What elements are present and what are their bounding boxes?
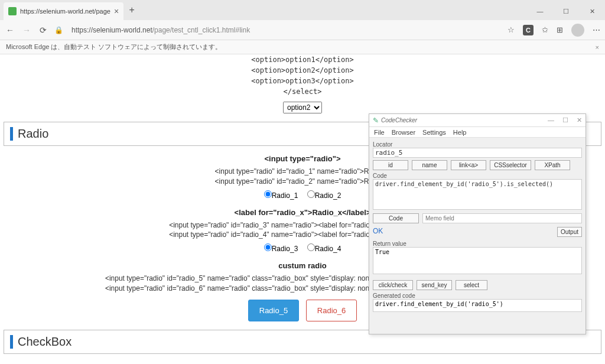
radio-label: Radio_3 xyxy=(272,245,298,253)
radio-label: Radio_4 xyxy=(315,245,341,253)
link-button[interactable]: link<a> xyxy=(451,160,486,170)
output-button[interactable]: Output xyxy=(557,227,582,237)
click-check-button[interactable]: click/check xyxy=(373,280,413,290)
window-maximize-icon[interactable]: ☐ xyxy=(553,2,579,20)
radio-5-button[interactable]: Radio_5 xyxy=(248,300,299,321)
forward-icon: → xyxy=(21,25,32,35)
name-button[interactable]: name xyxy=(412,160,447,170)
refresh-icon[interactable]: ⟳ xyxy=(38,25,48,35)
tool-close-icon[interactable]: ✕ xyxy=(577,116,582,124)
code-line: </select> xyxy=(4,86,601,97)
favicon xyxy=(8,7,17,15)
collections-icon[interactable]: ⊞ xyxy=(557,25,563,34)
generated-code-box: driver.find_element_by_id('radio_5') xyxy=(373,299,582,312)
infobar-text: Microsoft Edge は、自動テスト ソフトウェアによって制御されていま… xyxy=(6,43,222,51)
code-line: <option>option2</option> xyxy=(4,65,601,76)
menu-settings[interactable]: Settings xyxy=(422,129,446,136)
radio-3[interactable]: Radio_3 xyxy=(264,245,298,253)
tool-titlebar[interactable]: ✎ CodeChecker — ☐ ✕ xyxy=(369,114,586,127)
radio-3-input[interactable] xyxy=(264,243,272,251)
window-close-icon[interactable]: ✕ xyxy=(579,2,605,20)
id-button[interactable]: id xyxy=(373,160,408,170)
automation-infobar: Microsoft Edge は、自動テスト ソフトウェアによって制御されていま… xyxy=(0,40,605,54)
address-bar: ← → ⟳ 🔒 https://selenium-world.net/page/… xyxy=(0,20,605,40)
select-demo[interactable]: option2 xyxy=(283,102,322,113)
radio-label: Radio_2 xyxy=(315,191,341,200)
radio-label: Radio_1 xyxy=(272,191,298,200)
code-label: Code xyxy=(373,173,582,179)
send-key-button[interactable]: send_key xyxy=(417,280,452,290)
locator-input[interactable] xyxy=(373,148,582,158)
code-line: <option>option1</option> xyxy=(4,54,601,65)
return-label: Return value xyxy=(373,240,582,247)
lock-icon[interactable]: 🔒 xyxy=(54,26,63,34)
generated-code: driver.find_element_by_id('radio_5') xyxy=(375,301,503,307)
more-icon[interactable]: ⋯ xyxy=(593,25,600,34)
tab-close-icon[interactable]: × xyxy=(114,6,119,16)
extension-c-icon[interactable]: C xyxy=(523,25,534,35)
url-path: /page/test_cntl_click1.html#link xyxy=(152,26,250,34)
checkbox-heading: CheckBox xyxy=(10,335,595,349)
feather-icon: ✎ xyxy=(373,116,379,125)
menu-file[interactable]: File xyxy=(374,129,385,136)
profile-avatar-icon[interactable] xyxy=(571,24,584,37)
xpath-button[interactable]: XPath xyxy=(535,160,570,170)
infobar-close-icon[interactable]: × xyxy=(596,44,599,51)
window-minimize-icon[interactable]: — xyxy=(527,2,553,20)
favorites-list-icon[interactable]: ✩ xyxy=(542,25,548,34)
code-line: <option>option3</option> xyxy=(4,76,601,86)
generated-label: Generated code xyxy=(373,292,582,299)
menu-help[interactable]: Help xyxy=(453,129,467,136)
return-value: True xyxy=(375,249,389,255)
back-icon[interactable]: ← xyxy=(5,25,15,35)
select-code-snippet: <option>option1</option> <option>option2… xyxy=(4,54,601,97)
memo-input[interactable] xyxy=(422,213,582,223)
radio-2-input[interactable] xyxy=(307,190,315,198)
menu-browser[interactable]: Browser xyxy=(392,129,415,136)
tool-maximize-icon[interactable]: ☐ xyxy=(562,116,568,124)
url-input[interactable]: https://selenium-world.net/page/test_cnt… xyxy=(69,26,502,34)
url-host: https://selenium-world.net xyxy=(71,26,152,34)
codechecker-window: ✎ CodeChecker — ☐ ✕ File Browser Setting… xyxy=(369,113,586,334)
tool-menubar: File Browser Settings Help xyxy=(369,127,586,138)
radio-6-button[interactable]: Radio_6 xyxy=(306,300,357,321)
tool-minimize-icon[interactable]: — xyxy=(548,116,554,124)
window-titlebar: https://selenium-world.net/page × + — ☐ … xyxy=(0,0,605,20)
radio-2[interactable]: Radio_2 xyxy=(307,191,341,200)
favorite-icon[interactable]: ☆ xyxy=(508,25,515,34)
code-button[interactable]: Code xyxy=(373,213,419,223)
locator-label: Locator xyxy=(373,141,582,148)
browser-tab[interactable]: https://selenium-world.net/page × xyxy=(4,2,123,20)
tab-title: https://selenium-world.net/page xyxy=(20,8,110,15)
return-value-box: True xyxy=(373,247,582,274)
select-button[interactable]: select xyxy=(456,280,487,290)
new-tab-button[interactable]: + xyxy=(123,5,140,15)
radio-1[interactable]: Radio_1 xyxy=(264,191,298,200)
tool-title: CodeChecker xyxy=(381,117,417,124)
radio-4-input[interactable] xyxy=(307,243,315,251)
radio-4[interactable]: Radio_4 xyxy=(307,245,341,253)
radio-1-input[interactable] xyxy=(264,190,272,198)
cssselector-button[interactable]: CSSselector xyxy=(490,160,531,170)
code-textarea[interactable]: driver.find_element_by_id('radio_5').is_… xyxy=(373,179,582,210)
